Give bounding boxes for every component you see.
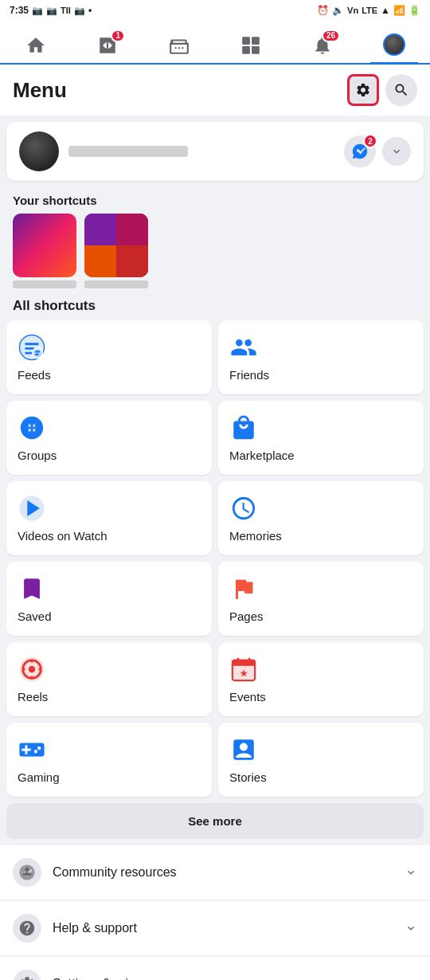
- pages-icon: [229, 574, 258, 603]
- menu-item-feeds[interactable]: Feeds: [6, 320, 212, 394]
- settings-privacy-label: Settings & privacy: [53, 977, 393, 980]
- shortcut-item-1[interactable]: [13, 214, 76, 288]
- menu-item-memories[interactable]: Memories: [218, 481, 424, 555]
- groups-icon: [18, 414, 46, 442]
- nav-home[interactable]: [12, 28, 60, 63]
- help-support-label: Help & support: [53, 921, 393, 935]
- menu-item-pages[interactable]: Pages: [218, 562, 424, 636]
- time: 7:35: [10, 5, 29, 16]
- shortcut-label-1: [13, 280, 76, 288]
- menu-item-stories[interactable]: Stories: [218, 723, 424, 797]
- messenger-badge: 2: [363, 134, 377, 148]
- instagram2-icon: 📷: [74, 6, 85, 16]
- shortcut-thumb-1: [13, 214, 76, 277]
- see-more-button[interactable]: See more: [6, 803, 424, 839]
- events-icon: ★: [229, 655, 258, 684]
- shortcut-label-2: [84, 280, 148, 288]
- nav-watch[interactable]: 1: [84, 28, 131, 63]
- nav-notifications[interactable]: 26: [299, 28, 346, 63]
- friends-icon: [229, 333, 258, 362]
- svg-rect-3: [252, 46, 260, 54]
- help-icon: [13, 914, 41, 943]
- wifi-icon: 📶: [393, 5, 405, 16]
- svg-rect-0: [242, 37, 250, 45]
- notifications-badge: 26: [322, 29, 340, 42]
- memories-label: Memories: [229, 529, 282, 543]
- menu-item-events[interactable]: ★ Events: [218, 642, 424, 716]
- profile-avatar-card: [19, 131, 59, 171]
- saved-label: Saved: [18, 610, 52, 623]
- events-label: Events: [229, 690, 266, 704]
- accordion-help-support[interactable]: Help & support: [0, 901, 430, 955]
- menu-item-friends[interactable]: Friends: [218, 320, 424, 394]
- reels-label: Reels: [18, 690, 48, 704]
- shortcuts-row: [13, 214, 417, 288]
- status-left: 7:35 📷 📷 TII 📷 •: [10, 5, 92, 16]
- menu-item-videos-on-watch[interactable]: Videos on Watch: [6, 481, 212, 555]
- signal-strength-icon: ▲: [381, 5, 390, 16]
- search-button[interactable]: [385, 74, 417, 106]
- profile-avatar: [383, 33, 405, 56]
- all-shortcuts-title: All shortcuts: [0, 292, 430, 320]
- home-icon: [25, 34, 47, 57]
- community-chevron-icon: [405, 866, 417, 879]
- friends-label: Friends: [229, 368, 269, 382]
- memories-icon: [229, 494, 258, 523]
- svg-text:★: ★: [240, 668, 248, 678]
- camera-icon: 📷: [32, 6, 43, 16]
- reels-icon: [18, 655, 46, 684]
- page-title: Menu: [13, 78, 67, 103]
- menu-grid: Feeds Friends Groups Marketplace: [0, 320, 430, 797]
- profile-right: 2: [344, 135, 411, 167]
- nav-groups[interactable]: [227, 28, 275, 63]
- volume-icon: 🔈: [332, 5, 344, 16]
- settings-privacy-icon: [13, 970, 41, 980]
- gaming-icon: [18, 735, 46, 764]
- gaming-label: Gaming: [18, 770, 60, 784]
- menu-item-gaming[interactable]: Gaming: [6, 723, 212, 797]
- videos-on-watch-label: Videos on Watch: [18, 529, 108, 543]
- nav-marketplace[interactable]: [155, 28, 203, 63]
- svg-rect-1: [252, 37, 260, 45]
- nav-bar: 1 26: [0, 21, 430, 65]
- messenger-icon-wrap[interactable]: 2: [344, 135, 376, 167]
- signal-icon: TII: [61, 6, 71, 15]
- alarm-icon: ⏰: [317, 5, 329, 16]
- shortcuts-title: Your shortcuts: [13, 194, 417, 207]
- menu-item-groups[interactable]: Groups: [6, 401, 212, 475]
- community-icon: [13, 858, 41, 887]
- svg-point-7: [33, 348, 41, 357]
- profile-chevron-button[interactable]: [382, 137, 411, 166]
- page-header: Menu: [0, 65, 430, 116]
- stories-label: Stories: [229, 770, 267, 784]
- community-resources-label: Community resources: [53, 865, 393, 880]
- marketplace-icon: [229, 414, 258, 442]
- groups-nav-icon: [240, 34, 262, 57]
- accordions-container: Community resources Help & support Setti…: [0, 845, 430, 980]
- menu-item-saved[interactable]: Saved: [6, 562, 212, 636]
- instagram-icon: 📷: [46, 6, 57, 16]
- header-icons: [347, 74, 417, 106]
- network-icon: Vn: [347, 6, 358, 15]
- marketplace-nav-icon: [168, 34, 190, 57]
- menu-item-marketplace[interactable]: Marketplace: [218, 401, 424, 475]
- pages-label: Pages: [229, 610, 264, 623]
- nav-profile[interactable]: [370, 27, 418, 65]
- svg-rect-19: [233, 661, 255, 666]
- settings-button[interactable]: [347, 74, 379, 106]
- shortcut-item-2[interactable]: [84, 214, 148, 288]
- watch-icon: [18, 494, 46, 523]
- status-bar: 7:35 📷 📷 TII 📷 • ⏰ 🔈 Vn LTE ▲ 📶 🔋: [0, 0, 430, 21]
- shortcut-thumb-2: [84, 214, 148, 277]
- svg-rect-2: [242, 46, 250, 54]
- profile-name-placeholder: [68, 146, 334, 157]
- profile-card[interactable]: 2: [6, 122, 424, 181]
- marketplace-label: Marketplace: [229, 449, 295, 462]
- help-chevron-icon: [405, 922, 417, 935]
- accordion-community-resources[interactable]: Community resources: [0, 845, 430, 900]
- menu-item-reels[interactable]: Reels: [6, 642, 212, 716]
- feeds-icon: [18, 333, 46, 362]
- accordion-settings-privacy[interactable]: Settings & privacy: [0, 957, 430, 980]
- saved-icon: [18, 574, 46, 603]
- status-right: ⏰ 🔈 Vn LTE ▲ 📶 🔋: [317, 5, 420, 16]
